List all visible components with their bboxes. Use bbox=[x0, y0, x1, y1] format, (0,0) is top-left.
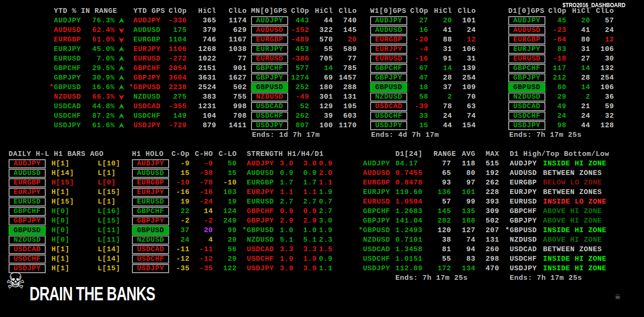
pair-label: USDJPY bbox=[256, 122, 283, 130]
pair-label-box[interactable]: GBPUSD bbox=[251, 83, 288, 92]
pair-label-box[interactable]: GBPJPY bbox=[132, 216, 169, 225]
value-cell: BETWEEN ZONES bbox=[542, 169, 624, 177]
table-row: GBPJPY30.9% bbox=[49, 73, 125, 82]
pair-label-box[interactable]: GBPCHF bbox=[9, 207, 46, 216]
pair-label-box[interactable]: AUDJPY bbox=[508, 16, 545, 25]
pair-label-box[interactable]: EURGBP bbox=[251, 35, 288, 44]
value-cell: -16 bbox=[407, 55, 428, 63]
table-row: GBPCHF0.90.92.7 bbox=[242, 206, 332, 216]
pair-label-box[interactable]: GBPUSD bbox=[508, 83, 545, 92]
value-cell: 55 bbox=[433, 255, 451, 263]
table-row: EURUSD19-2419 bbox=[132, 197, 237, 206]
pair-label-box[interactable]: EURGBP bbox=[9, 178, 46, 187]
pair-label-box[interactable]: USDCHF bbox=[9, 255, 46, 264]
table-header: W1[0]GPSClOpHiClClLo bbox=[370, 6, 476, 16]
table-row: GBPJPY4728254 bbox=[370, 73, 476, 82]
pair-label-box[interactable]: AUDJPY bbox=[132, 159, 169, 168]
pair-label-box[interactable]: EURGBP bbox=[508, 35, 545, 44]
pair-label-box[interactable]: AUDJPY bbox=[251, 16, 288, 25]
pair-label-box[interactable]: USDJPY bbox=[251, 121, 288, 130]
value-cell: 131 bbox=[475, 236, 499, 244]
value-cell: 57 bbox=[590, 17, 614, 25]
table-row: NZDUSD29236 bbox=[508, 92, 614, 102]
ends-row: Ends: 7h 17m 25s bbox=[358, 273, 499, 283]
pair-label-box[interactable]: GBPJPY bbox=[508, 73, 545, 82]
pair-label-box[interactable]: NZDUSD bbox=[370, 92, 407, 102]
pair-label-box[interactable]: EURJPY bbox=[132, 188, 169, 197]
pair-label-box[interactable]: GBPJPY bbox=[370, 73, 407, 82]
pair-label-box[interactable]: NZDUSD bbox=[508, 92, 545, 102]
pair-label-box[interactable]: EURJPY bbox=[251, 45, 288, 54]
pair-label-box[interactable]: EURUSD bbox=[508, 54, 545, 63]
value-cell: -49 bbox=[288, 93, 309, 101]
value-cell: 1.7 bbox=[293, 179, 317, 187]
pair-label-box[interactable]: GBPUSD bbox=[370, 83, 407, 92]
value-cell: 87.2% bbox=[86, 112, 115, 120]
pair-label-box[interactable]: EURGBP bbox=[370, 35, 407, 44]
pair-label-box[interactable]: USDCAD bbox=[9, 245, 46, 254]
pair-label-box[interactable]: USDJPY bbox=[508, 121, 545, 130]
pair-label-box[interactable]: AUDUSD bbox=[251, 26, 288, 35]
pair-label: EURGBP bbox=[256, 36, 283, 44]
value-cell: H[15] bbox=[46, 198, 92, 206]
pair-label-box[interactable]: EURJPY bbox=[508, 45, 545, 54]
value-cell: 207 bbox=[475, 226, 499, 235]
pair-label-box[interactable]: EURUSD bbox=[132, 197, 169, 206]
table-row: GBPJPY1274691457 bbox=[251, 73, 357, 82]
pair-label-box[interactable]: USDJPY bbox=[370, 121, 407, 130]
pair-label-box[interactable]: GBPUSD bbox=[9, 226, 46, 235]
value-cell: 14 bbox=[190, 207, 213, 215]
pair-label-box[interactable]: GBPUSD bbox=[132, 226, 169, 235]
pair-label-box[interactable]: USDCHF bbox=[370, 112, 407, 121]
pair-label: NZDUSD bbox=[54, 93, 86, 101]
pair-label-box[interactable]: NZDUSD bbox=[9, 235, 46, 245]
pair-label-box[interactable]: USDCHF bbox=[508, 112, 545, 121]
pair-label-box[interactable]: USDCAD bbox=[370, 102, 407, 111]
value-cell: -16 bbox=[190, 188, 213, 196]
pair-label-box[interactable]: AUDUSD bbox=[132, 169, 169, 178]
pair-label-box[interactable]: EURUSD bbox=[370, 54, 407, 63]
pair-label-box[interactable]: AUDUSD bbox=[508, 26, 545, 35]
pair-label-box[interactable]: EURUSD bbox=[9, 197, 46, 206]
pair-label: USDCHF bbox=[363, 255, 395, 263]
value-cell: -489 bbox=[288, 36, 309, 44]
pair-label-box[interactable]: EURUSD bbox=[251, 54, 288, 63]
pair-label-box[interactable]: EURJPY bbox=[9, 188, 46, 197]
pair-label-box[interactable]: USDCHF bbox=[132, 255, 169, 264]
pair-label-box[interactable]: EURJPY bbox=[370, 45, 407, 54]
pair-label-box[interactable]: USDJPY bbox=[132, 264, 169, 273]
value-cell: 14 bbox=[428, 64, 452, 72]
table-row: EURUSD-272102277 bbox=[129, 54, 247, 63]
table-row: EURGBP-10-78-10 bbox=[132, 178, 237, 187]
value-cell: 77 bbox=[333, 55, 357, 63]
pair-label-box[interactable]: GBPCHF bbox=[251, 64, 288, 73]
pair-label-box[interactable]: NZDUSD bbox=[251, 92, 288, 102]
pair-label-box[interactable]: USDCAD bbox=[508, 102, 545, 111]
pair-label-box[interactable]: GBPJPY bbox=[9, 216, 46, 225]
value-cell: H[1] bbox=[46, 160, 92, 168]
pair-label-box[interactable]: AUDJPY bbox=[9, 159, 46, 168]
trend-down-icon bbox=[118, 36, 125, 43]
pair-label-box[interactable]: GBPJPY bbox=[251, 73, 288, 82]
pair-label-box[interactable]: USDCAD bbox=[251, 102, 288, 111]
pair-label-box[interactable]: AUDUSD bbox=[370, 26, 407, 35]
pair-label-box[interactable]: AUDUSD bbox=[9, 169, 46, 178]
pair-label-box[interactable]: AUDJPY bbox=[370, 16, 407, 25]
table-row: USDCAD52129195 bbox=[251, 102, 357, 111]
value-cell: 99 bbox=[451, 198, 475, 206]
pair-label-box[interactable]: GBPCHF bbox=[132, 207, 169, 216]
pair-label: EURGBP bbox=[13, 179, 40, 187]
value-cell: 1411 bbox=[216, 122, 247, 130]
value-cell: -386 bbox=[288, 55, 309, 63]
value-cell: 47 bbox=[407, 74, 428, 82]
pair-label-box[interactable]: GBPCHF bbox=[508, 64, 545, 73]
pair-label-box[interactable]: USDCAD bbox=[132, 245, 169, 254]
ends-countdown: Ends: 1d 7h 17m bbox=[252, 131, 320, 139]
pair-label-box[interactable]: USDCHF bbox=[251, 112, 288, 121]
pair-label-box[interactable]: NZDUSD bbox=[132, 235, 169, 245]
table-row: GBPCHF29.5% bbox=[49, 63, 125, 73]
pair-label-box[interactable]: EURGBP bbox=[132, 178, 169, 187]
pair-label-box[interactable]: GBPCHF bbox=[370, 64, 407, 73]
table-row: EURGBP-48957020 bbox=[251, 35, 357, 44]
trend-up-icon bbox=[118, 122, 125, 129]
